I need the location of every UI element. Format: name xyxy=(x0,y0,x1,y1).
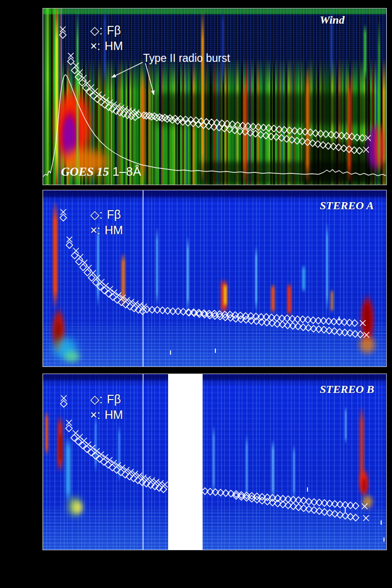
white-tick xyxy=(215,349,216,353)
cross-marker-glyph: ×: xyxy=(90,408,101,421)
cross-marker-glyph: ×: xyxy=(90,223,101,237)
legend-label-fb: Fβ xyxy=(107,392,121,406)
spacecraft-label-stereo-b: STEREO B xyxy=(320,383,374,396)
fb-diamond-marker xyxy=(80,264,86,271)
diamond-marker-glyph: ◇: xyxy=(90,24,102,37)
fb-diamond-marker xyxy=(113,467,120,473)
fb-diamond-marker xyxy=(66,425,72,432)
white-tick xyxy=(383,537,384,542)
diamond-marker-glyph: ◇: xyxy=(90,392,102,406)
type-ii-burst-annotation: Type II radio burst xyxy=(143,52,230,65)
white-tick xyxy=(307,487,308,492)
fb-diamond-marker xyxy=(93,279,99,286)
legend-row-hm: ×:HM xyxy=(90,222,123,238)
cross-marker-glyph: ×: xyxy=(90,39,101,52)
radio-dynamic-spectra-figure: ◇:Fβ ×:HM Wind Type II radio burst GOES … xyxy=(0,0,392,588)
white-tick xyxy=(381,520,382,525)
annotation-arrow xyxy=(111,62,143,77)
fb-diamond-marker xyxy=(118,299,125,306)
fb-diamond-marker xyxy=(101,459,107,465)
spacecraft-label-wind: Wind xyxy=(320,14,344,26)
legend-row-fb: ◇:Fβ xyxy=(90,392,123,407)
fb-diamond-marker xyxy=(98,99,104,105)
goes-xray-curve xyxy=(43,75,386,177)
fb-diamond-marker xyxy=(75,74,82,80)
stereo-b-legend: ◇:Fβ ×:HM xyxy=(90,392,123,423)
fb-diamond-marker xyxy=(88,274,95,281)
fb-diamond-marker xyxy=(60,214,67,221)
fb-diamond-marker xyxy=(114,297,120,303)
stereo-a-spectrogram-panel: ◇:Fβ ×:HM STEREO A xyxy=(43,190,386,366)
legend-row-fb: ◇:Fβ xyxy=(90,207,123,222)
wind-legend: ◇:Fβ ×:HM xyxy=(90,23,123,54)
fb-diamond-marker xyxy=(60,32,66,38)
diamond-marker-glyph: ◇: xyxy=(90,208,102,221)
goes-satellite-name: GOES 15 xyxy=(61,165,109,179)
white-tick xyxy=(170,350,171,355)
legend-label-hm: HM xyxy=(105,223,123,237)
legend-label-hm: HM xyxy=(105,408,123,421)
legend-row-hm: ×:HM xyxy=(90,407,123,423)
legend-label-fb: Fβ xyxy=(107,24,121,37)
fb-diamond-marker xyxy=(60,401,67,407)
fb-diamond-marker xyxy=(118,469,124,476)
spacecraft-label-stereo-a: STEREO A xyxy=(320,199,374,212)
data-gap xyxy=(168,374,203,550)
fb-diamond-marker xyxy=(94,96,101,102)
goes-curve-label: GOES 15 1–8Å xyxy=(61,164,141,179)
wind-spectrogram-panel: ◇:Fβ ×:HM Wind Type II radio burst GOES … xyxy=(43,9,386,185)
legend-label-hm: HM xyxy=(105,39,123,52)
fb-diamond-marker xyxy=(68,58,74,65)
legend-row-fb: ◇:Fβ xyxy=(90,23,123,38)
fb-diamond-marker xyxy=(84,269,91,276)
fb-diamond-marker xyxy=(71,67,78,74)
stereo-a-legend: ◇:Fβ ×:HM xyxy=(90,207,123,238)
fb-diamond-marker xyxy=(66,242,73,248)
stereo-b-spectrogram-panel: ◇:Fβ ×:HM STEREO B xyxy=(43,374,386,550)
legend-row-hm: ×:HM xyxy=(90,38,123,54)
fb-diamond-marker xyxy=(76,258,82,265)
legend-label-fb: Fβ xyxy=(107,208,121,221)
goes-wavelength-band: 1–8Å xyxy=(112,164,141,179)
annotation-arrow xyxy=(145,63,154,95)
fb-diamond-marker xyxy=(105,461,111,468)
fb-diamond-marker xyxy=(109,464,116,471)
fb-diamond-marker xyxy=(71,252,78,259)
